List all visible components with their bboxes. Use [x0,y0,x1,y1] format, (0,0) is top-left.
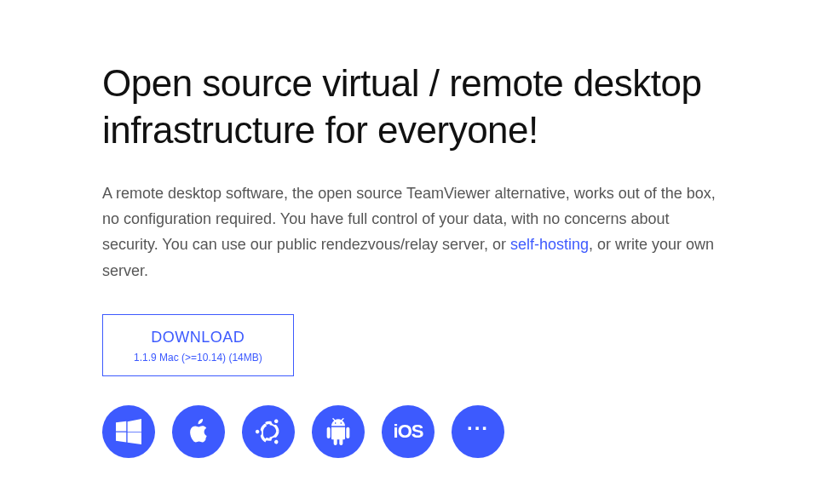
page-heading: Open source virtual / remote desktop inf… [102,60,721,153]
download-subtitle: 1.1.9 Mac (>=10.14) (14MB) [134,352,262,364]
ios-label: iOS [394,421,423,443]
ios-icon[interactable]: iOS [382,405,435,458]
ubuntu-icon[interactable] [242,405,295,458]
platform-icons-row: iOS ··· [102,405,721,458]
android-icon[interactable] [312,405,365,458]
page-description: A remote desktop software, the open sour… [102,180,721,284]
more-platforms-icon[interactable]: ··· [452,405,504,458]
more-label: ··· [467,418,489,445]
apple-icon[interactable] [172,405,225,458]
download-title: DOWNLOAD [134,329,262,346]
download-button[interactable]: DOWNLOAD 1.1.9 Mac (>=10.14) (14MB) [102,314,294,376]
self-hosting-link[interactable]: self-hosting [510,236,589,253]
windows-icon[interactable] [102,405,155,458]
